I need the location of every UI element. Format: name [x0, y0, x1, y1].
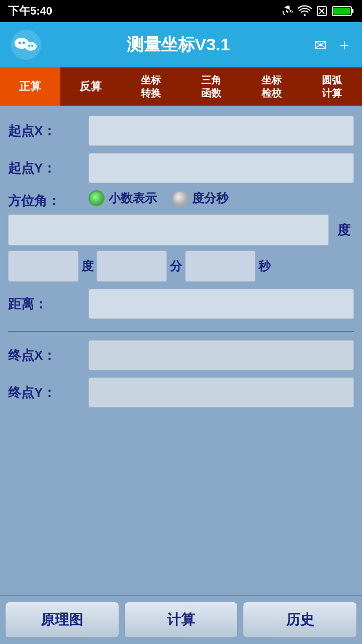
plus-icon[interactable]: ＋	[337, 35, 352, 55]
tab-zuobiao-jianjiao[interactable]: 坐标 检校	[241, 67, 302, 106]
tab-yuanhu-jisuan[interactable]: 圆弧 计算	[302, 67, 362, 106]
svg-point-11	[28, 45, 30, 47]
dms-minute-label: 分	[170, 258, 182, 274]
azimuth-decimal-input[interactable]	[8, 214, 329, 246]
yuanli-tu-button[interactable]: 原理图	[5, 602, 119, 638]
distance-row: 距离：	[8, 289, 354, 319]
bottom-bar: 原理图 计算 历史	[0, 595, 362, 644]
dms-row: 度 分 秒	[8, 251, 354, 282]
svg-rect-4	[333, 8, 350, 15]
radio-decimal-circle	[88, 190, 105, 206]
wifi-icon	[298, 5, 312, 17]
end-y-label: 终点Y：	[8, 384, 88, 401]
tab-zheng-suan[interactable]: 正算	[0, 67, 60, 106]
divider	[8, 331, 354, 332]
azimuth-options: 小数表示 度分秒	[88, 190, 354, 206]
end-y-input[interactable]	[88, 377, 354, 408]
mail-icon[interactable]: ✉	[314, 36, 327, 54]
azimuth-label-row: 方位角： 小数表示 度分秒	[8, 190, 354, 211]
wechat-logo	[10, 29, 42, 61]
radio-dms-circle	[172, 190, 188, 206]
jisuan-button[interactable]: 计算	[124, 602, 238, 638]
degree-unit-label: 度	[334, 221, 354, 239]
dms-degree-input[interactable]	[8, 251, 78, 282]
end-x-input[interactable]	[88, 340, 354, 370]
dms-second-input[interactable]	[185, 251, 255, 282]
start-x-row: 起点X：	[8, 116, 354, 146]
main-content: 起点X： 起点Y： 方位角： 小数表示 度分秒 度 度 分 秒	[0, 106, 362, 595]
radio-dms[interactable]: 度分秒	[172, 190, 228, 206]
battery-icon	[332, 6, 354, 17]
start-y-label: 起点Y：	[8, 159, 88, 177]
dms-second-label: 秒	[258, 258, 270, 274]
status-bar: 下午5:40	[0, 0, 362, 22]
header-title: 测量坐标V3.1	[42, 33, 314, 56]
sim-icon	[316, 5, 328, 17]
distance-label: 距离：	[8, 295, 88, 313]
svg-point-9	[23, 42, 25, 44]
svg-point-12	[31, 45, 33, 47]
tab-zuobiao-zhuanhuan[interactable]: 坐标 转换	[121, 67, 181, 106]
end-x-row: 终点X：	[8, 340, 354, 370]
svg-point-8	[19, 42, 21, 44]
start-x-input[interactable]	[88, 116, 354, 146]
azimuth-label: 方位角：	[8, 192, 88, 210]
azimuth-decimal-row: 度	[8, 214, 354, 246]
start-x-label: 起点X：	[8, 122, 88, 140]
start-y-row: 起点Y：	[8, 153, 354, 183]
distance-input[interactable]	[88, 289, 354, 319]
end-y-row: 终点Y：	[8, 377, 354, 408]
tab-fan-suan[interactable]: 反算	[60, 67, 121, 106]
tab-sanjiao-hanshu[interactable]: 三角 函数	[181, 67, 241, 106]
end-x-label: 终点X：	[8, 347, 88, 364]
dms-degree-label: 度	[81, 258, 94, 274]
muted-icon	[282, 5, 294, 17]
svg-point-10	[25, 42, 37, 51]
lishi-button[interactable]: 历史	[243, 602, 357, 638]
start-y-input[interactable]	[88, 153, 354, 183]
tab-bar: 正算 反算 坐标 转换 三角 函数 坐标 检校 圆弧 计算	[0, 67, 362, 106]
svg-rect-5	[351, 9, 353, 13]
header: 测量坐标V3.1 ✉ ＋	[0, 22, 362, 67]
dms-minute-input[interactable]	[97, 251, 167, 282]
status-icons	[282, 5, 354, 17]
status-time: 下午5:40	[8, 4, 52, 19]
header-actions: ✉ ＋	[314, 35, 352, 55]
radio-decimal[interactable]: 小数表示	[88, 190, 157, 206]
